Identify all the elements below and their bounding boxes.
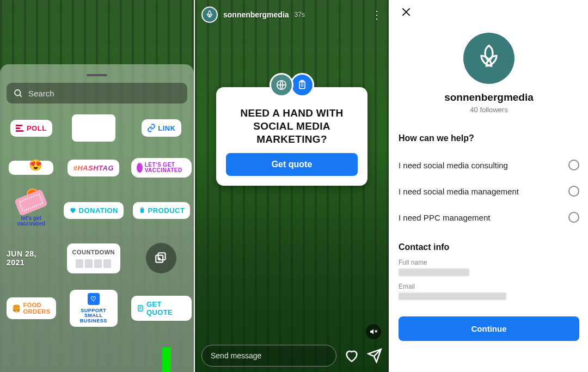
- radio-button[interactable]: [568, 186, 579, 197]
- forest-background: [195, 0, 389, 372]
- sticker-product[interactable]: PRODUCT: [133, 202, 191, 219]
- sticker-search[interactable]: [7, 83, 187, 103]
- form-question: How can we help?: [399, 133, 579, 143]
- donation-heart-icon: [69, 206, 77, 214]
- get-quote-label: GET QUOTE: [146, 300, 186, 316]
- sticker-panel: POLL LINK #HASHTAG L: [0, 0, 195, 372]
- search-icon: [13, 88, 23, 98]
- email-value-redacted[interactable]: [399, 292, 506, 300]
- continue-button[interactable]: Continue: [399, 316, 579, 341]
- profile-name: sonnenbergmedia: [399, 92, 579, 103]
- svg-line-1: [20, 95, 21, 96]
- product-bag-icon: [138, 206, 146, 214]
- option-row[interactable]: I need social media consulting: [399, 152, 579, 178]
- sticker-vaccinated[interactable]: LET'S GET VACCINATED: [131, 158, 192, 178]
- sticker-countdown[interactable]: COUNTDOWN: [67, 243, 120, 273]
- clipboard-icon: [290, 73, 314, 97]
- quote-icon: [137, 304, 144, 312]
- link-icon: [147, 124, 156, 132]
- food-label: FOOD ORDERS: [23, 302, 51, 315]
- story-footer: Send message: [195, 345, 389, 367]
- globe-icon: [270, 73, 293, 97]
- close-button[interactable]: [399, 4, 414, 20]
- profile-avatar[interactable]: [201, 7, 218, 23]
- radio-button[interactable]: [568, 212, 579, 223]
- contact-info-title: Contact info: [399, 242, 579, 252]
- profile-header: sonnenbergmedia 40 followers: [399, 33, 579, 114]
- option-label: I need social media management: [399, 187, 519, 196]
- sticker-link[interactable]: LINK: [142, 119, 181, 137]
- story-header: sonnenbergmedia 37s ⋮: [195, 7, 389, 23]
- story-username[interactable]: sonnenbergmedia: [223, 10, 289, 19]
- link-label: LINK: [158, 124, 175, 132]
- mute-icon[interactable]: [366, 324, 381, 339]
- vaccinated-label: LET'S GET VACCINATED: [145, 162, 186, 173]
- shopping-bag-icon: ♡: [88, 293, 100, 305]
- poll-label: POLL: [27, 124, 47, 132]
- vaccinated-heart-icon: [137, 163, 143, 173]
- vaccinated-ill-caption: let's get vaccinated: [7, 216, 55, 227]
- sticker-emoji-slider[interactable]: [9, 161, 53, 175]
- option-label: I need social media consulting: [399, 161, 508, 170]
- quote-card-title: NEED A HAND WITH SOCIAL MEDIA MARKETING?: [226, 107, 358, 145]
- radio-button[interactable]: [568, 160, 579, 170]
- food-icon: 🍔: [12, 304, 21, 313]
- option-row[interactable]: I need social media management: [399, 178, 579, 204]
- donation-label: DONATION: [79, 206, 118, 215]
- annotation-arrow: [155, 347, 176, 372]
- full-name-label: Full name: [399, 259, 579, 266]
- svg-rect-4: [16, 130, 23, 132]
- sticker-grid: POLL LINK #HASHTAG L: [7, 114, 187, 327]
- full-name-value-redacted[interactable]: [399, 269, 469, 276]
- sticker-support-small-business[interactable]: ♡ SUPPORT SMALL BUSINESS: [70, 290, 118, 327]
- sticker-date[interactable]: JUN 28, 2021: [7, 249, 56, 267]
- like-button[interactable]: [344, 348, 359, 363]
- story-timestamp: 37s: [295, 11, 305, 19]
- follower-count: 40 followers: [399, 106, 579, 114]
- stack-icon: [154, 251, 168, 265]
- svg-rect-2: [16, 125, 22, 126]
- share-button[interactable]: [367, 348, 382, 363]
- sticker-vote[interactable]: [72, 114, 115, 142]
- send-message-placeholder: Send message: [211, 351, 261, 360]
- sticker-poll[interactable]: POLL: [10, 120, 52, 137]
- story-panel: sonnenbergmedia 37s ⋮ NEED A HAND WITH S…: [195, 0, 390, 372]
- more-icon[interactable]: ⋮: [371, 8, 382, 21]
- svg-point-0: [15, 90, 21, 96]
- svg-rect-3: [16, 127, 20, 129]
- bandage-icon: [14, 189, 48, 216]
- profile-avatar-large: [463, 33, 514, 84]
- options-list: I need social media consulting I need so…: [399, 152, 579, 230]
- hashtag-label: #HASHTAG: [73, 164, 114, 172]
- option-row[interactable]: I need PPC management: [399, 204, 579, 230]
- sticker-donation[interactable]: DONATION: [64, 202, 124, 219]
- tray-grabber[interactable]: [87, 74, 107, 76]
- sticker-hashtag[interactable]: #HASHTAG: [68, 160, 119, 176]
- countdown-blocks: [76, 259, 111, 268]
- sticker-get-quote[interactable]: GET QUOTE: [131, 296, 192, 321]
- sticker-multicapture[interactable]: [146, 243, 176, 273]
- sticker-tray[interactable]: POLL LINK #HASHTAG L: [0, 64, 194, 372]
- get-quote-card: NEED A HAND WITH SOCIAL MEDIA MARKETING?…: [216, 87, 367, 186]
- search-input[interactable]: [28, 89, 181, 98]
- get-quote-button[interactable]: Get quote: [226, 153, 358, 176]
- send-message-input[interactable]: Send message: [201, 345, 336, 367]
- product-label: PRODUCT: [148, 206, 185, 215]
- sticker-vaccinated-illustration[interactable]: let's get vaccinated: [7, 194, 55, 227]
- option-label: I need PPC management: [399, 213, 490, 222]
- ssb-label: SUPPORT SMALL BUSINESS: [72, 308, 115, 324]
- poll-icon: [16, 124, 24, 132]
- email-label: Email: [399, 283, 579, 290]
- countdown-label: COUNTDOWN: [72, 249, 115, 255]
- sticker-food-orders[interactable]: 🍔 FOOD ORDERS: [7, 297, 56, 319]
- card-icon-pair: [270, 73, 314, 97]
- quote-form-panel: sonnenbergmedia 40 followers How can we …: [390, 0, 588, 372]
